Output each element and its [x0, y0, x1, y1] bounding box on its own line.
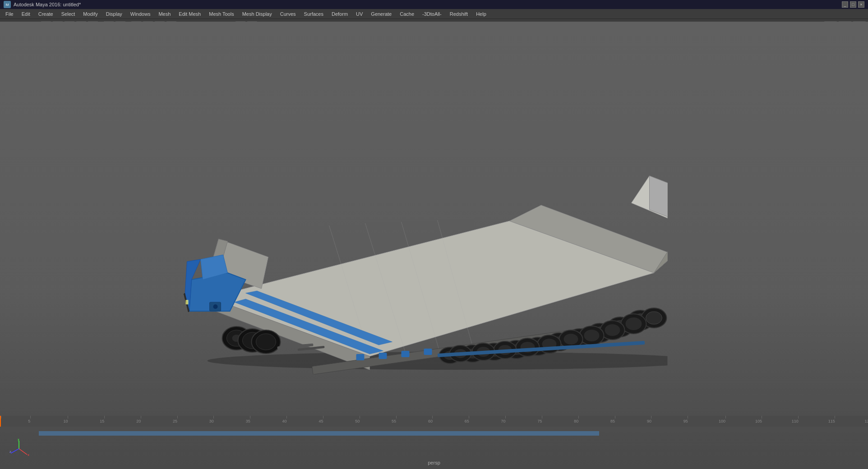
menu-surfaces[interactable]: Surfaces — [300, 10, 327, 18]
menu-help[interactable]: Help — [472, 10, 490, 18]
app-logo: M — [4, 1, 11, 8]
truck-model-svg — [149, 140, 668, 374]
viewport-wrapper: View Shading Lighting Show Renderer Pane… — [14, 60, 751, 415]
menu-create[interactable]: Create — [35, 10, 57, 18]
titlebar-controls: _ □ × — [842, 1, 864, 8]
workspace: Tx Sm — [0, 60, 868, 415]
menu-edit[interactable]: Edit — [18, 10, 34, 18]
menu-modify[interactable]: Modify — [79, 10, 101, 18]
menubar: File Edit Create Select Modify Display W… — [0, 9, 868, 19]
menu-redshift[interactable]: Redshift — [446, 10, 471, 18]
svg-point-164 — [213, 304, 218, 309]
svg-point-123 — [564, 334, 578, 345]
minimize-button[interactable]: _ — [842, 1, 848, 8]
timeline-playhead — [0, 416, 1, 427]
timeline-numbers: 1510152025303540455055606570758085909510… — [0, 416, 868, 427]
frame-range-fill — [39, 431, 599, 436]
menu-display[interactable]: Display — [102, 10, 126, 18]
3d-viewport[interactable]: x y z persp — [0, 60, 868, 415]
menu-uv[interactable]: UV — [352, 10, 366, 18]
menu-cache[interactable]: Cache — [396, 10, 418, 18]
menu-select[interactable]: Select — [58, 10, 79, 18]
titlebar-title: Autodesk Maya 2016: untitled* — [14, 2, 81, 7]
menu-3dto-all[interactable]: -3DtoAll- — [419, 10, 445, 18]
svg-point-107 — [646, 312, 662, 324]
svg-point-119 — [584, 330, 600, 341]
svg-point-111 — [626, 317, 642, 330]
menu-curves[interactable]: Curves — [277, 10, 300, 18]
svg-rect-153 — [186, 300, 189, 304]
menu-mesh[interactable]: Mesh — [155, 10, 174, 18]
svg-rect-148 — [424, 349, 432, 355]
menu-mesh-tools[interactable]: Mesh Tools — [205, 10, 237, 18]
titlebar: M Autodesk Maya 2016: untitled* _ □ × — [0, 0, 868, 9]
svg-point-160 — [256, 334, 276, 350]
menu-edit-mesh[interactable]: Edit Mesh — [175, 10, 204, 18]
svg-rect-145 — [356, 354, 365, 360]
maximize-button[interactable]: □ — [850, 1, 856, 8]
menu-mesh-display[interactable]: Mesh Display — [239, 10, 276, 18]
menu-generate[interactable]: Generate — [367, 10, 395, 18]
svg-rect-146 — [379, 353, 387, 359]
svg-rect-147 — [402, 351, 410, 357]
timeline-numbers-row[interactable]: 1510152025303540455055606570758085909510… — [0, 416, 868, 427]
menu-deform[interactable]: Deform — [328, 10, 351, 18]
menu-file[interactable]: File — [2, 10, 17, 18]
svg-point-115 — [605, 324, 620, 336]
svg-marker-99 — [650, 176, 668, 225]
menu-windows[interactable]: Windows — [127, 10, 154, 18]
frame-range-bar — [39, 431, 599, 436]
close-button[interactable]: × — [858, 1, 864, 8]
